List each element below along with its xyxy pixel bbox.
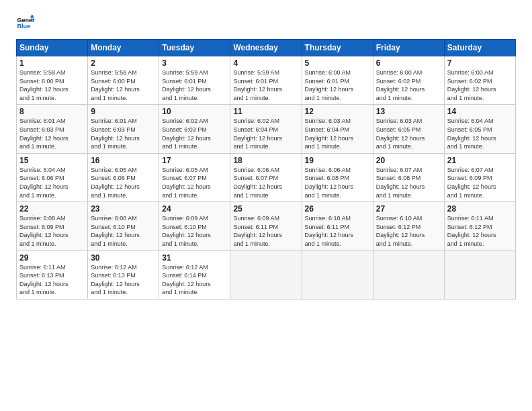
day-info: Sunrise: 6:01 AMSunset: 6:03 PMDaylight:… [19, 118, 69, 150]
calendar-cell: 10 Sunrise: 6:02 AMSunset: 6:03 PMDaylig… [159, 105, 230, 153]
day-info: Sunrise: 6:02 AMSunset: 6:03 PMDaylight:… [162, 118, 211, 150]
calendar-week-row: 22 Sunrise: 6:08 AMSunset: 6:09 PMDaylig… [17, 202, 516, 250]
day-number: 27 [376, 204, 441, 214]
day-info: Sunrise: 5:58 AMSunset: 6:00 PMDaylight:… [91, 69, 140, 101]
day-info: Sunrise: 6:00 AMSunset: 6:02 PMDaylight:… [376, 69, 425, 101]
calendar-cell: 18 Sunrise: 6:06 AMSunset: 6:07 PMDaylig… [230, 153, 302, 201]
calendar-cell: 28 Sunrise: 6:11 AMSunset: 6:12 PMDaylig… [444, 202, 515, 250]
calendar-cell: 1 Sunrise: 5:58 AMSunset: 6:00 PMDayligh… [17, 56, 88, 105]
day-number: 9 [91, 107, 156, 116]
calendar-cell: 23 Sunrise: 6:08 AMSunset: 6:10 PMDaylig… [88, 202, 159, 250]
day-number: 6 [376, 58, 441, 68]
calendar-cell: 5 Sunrise: 6:00 AMSunset: 6:01 PMDayligh… [302, 56, 373, 105]
calendar-week-row: 29 Sunrise: 6:11 AMSunset: 6:13 PMDaylig… [17, 250, 516, 299]
day-info: Sunrise: 6:08 AMSunset: 6:10 PMDaylight:… [91, 215, 140, 247]
calendar-cell: 29 Sunrise: 6:11 AMSunset: 6:13 PMDaylig… [17, 250, 88, 299]
calendar-cell: 24 Sunrise: 6:09 AMSunset: 6:10 PMDaylig… [159, 202, 230, 250]
day-info: Sunrise: 6:00 AMSunset: 6:01 PMDaylight:… [305, 69, 354, 101]
day-info: Sunrise: 6:07 AMSunset: 6:08 PMDaylight:… [376, 167, 425, 199]
calendar-cell: 9 Sunrise: 6:01 AMSunset: 6:03 PMDayligh… [88, 105, 159, 153]
day-info: Sunrise: 6:07 AMSunset: 6:09 PMDaylight:… [447, 167, 496, 199]
svg-marker-2 [30, 14, 34, 17]
day-number: 1 [19, 58, 85, 68]
day-number: 30 [91, 253, 156, 263]
calendar-cell: 15 Sunrise: 6:04 AMSunset: 6:06 PMDaylig… [17, 153, 88, 201]
calendar-cell: 14 Sunrise: 6:04 AMSunset: 6:05 PMDaylig… [444, 105, 515, 153]
day-info: Sunrise: 6:01 AMSunset: 6:03 PMDaylight:… [91, 118, 140, 150]
calendar-table: SundayMondayTuesdayWednesdayThursdayFrid… [16, 39, 516, 300]
day-info: Sunrise: 6:09 AMSunset: 6:10 PMDaylight:… [162, 215, 211, 247]
day-number: 14 [447, 107, 513, 116]
calendar-cell: 8 Sunrise: 6:01 AMSunset: 6:03 PMDayligh… [17, 105, 88, 153]
day-info: Sunrise: 6:11 AMSunset: 6:12 PMDaylight:… [447, 215, 496, 247]
day-info: Sunrise: 6:12 AMSunset: 6:14 PMDaylight:… [162, 264, 211, 296]
calendar-cell: 26 Sunrise: 6:10 AMSunset: 6:11 PMDaylig… [302, 202, 373, 250]
day-header: Monday [88, 40, 159, 56]
day-info: Sunrise: 6:08 AMSunset: 6:09 PMDaylight:… [19, 215, 69, 247]
day-header: Sunday [17, 40, 88, 56]
day-info: Sunrise: 6:00 AMSunset: 6:02 PMDaylight:… [447, 69, 496, 101]
calendar-cell [373, 250, 444, 299]
calendar-cell: 30 Sunrise: 6:12 AMSunset: 6:13 PMDaylig… [88, 250, 159, 299]
page: General Blue SundayMondayTuesdayWednesda… [0, 0, 532, 411]
day-number: 2 [91, 58, 156, 68]
day-header: Tuesday [159, 40, 230, 56]
day-number: 21 [447, 156, 513, 165]
day-number: 13 [376, 107, 441, 116]
day-info: Sunrise: 6:02 AMSunset: 6:04 PMDaylight:… [233, 118, 282, 150]
calendar-cell [302, 250, 373, 299]
day-number: 16 [91, 156, 156, 165]
day-number: 11 [233, 107, 298, 116]
header: General Blue [16, 13, 516, 32]
day-header: Friday [373, 40, 444, 56]
day-number: 12 [305, 107, 370, 116]
day-info: Sunrise: 6:11 AMSunset: 6:13 PMDaylight:… [19, 264, 69, 296]
calendar-cell [230, 250, 302, 299]
day-number: 4 [233, 58, 298, 68]
day-number: 31 [162, 253, 227, 263]
day-number: 15 [19, 156, 85, 165]
day-info: Sunrise: 6:03 AMSunset: 6:04 PMDaylight:… [305, 118, 354, 150]
day-info: Sunrise: 6:06 AMSunset: 6:08 PMDaylight:… [305, 167, 354, 199]
calendar-cell: 31 Sunrise: 6:12 AMSunset: 6:14 PMDaylig… [159, 250, 230, 299]
day-info: Sunrise: 6:12 AMSunset: 6:13 PMDaylight:… [91, 264, 140, 296]
calendar-cell: 22 Sunrise: 6:08 AMSunset: 6:09 PMDaylig… [17, 202, 88, 250]
calendar-cell [444, 250, 515, 299]
day-info: Sunrise: 5:59 AMSunset: 6:01 PMDaylight:… [162, 69, 211, 101]
day-header: Saturday [444, 40, 515, 56]
calendar-cell: 7 Sunrise: 6:00 AMSunset: 6:02 PMDayligh… [444, 56, 515, 105]
calendar-header-row: SundayMondayTuesdayWednesdayThursdayFrid… [17, 40, 516, 56]
calendar-cell: 17 Sunrise: 6:05 AMSunset: 6:07 PMDaylig… [159, 153, 230, 201]
day-number: 22 [19, 204, 85, 214]
day-info: Sunrise: 6:10 AMSunset: 6:12 PMDaylight:… [376, 215, 425, 247]
calendar-cell: 4 Sunrise: 5:59 AMSunset: 6:01 PMDayligh… [230, 56, 302, 105]
calendar-cell: 27 Sunrise: 6:10 AMSunset: 6:12 PMDaylig… [373, 202, 444, 250]
day-number: 3 [162, 58, 227, 68]
day-info: Sunrise: 6:09 AMSunset: 6:11 PMDaylight:… [233, 215, 282, 247]
logo-icon: General Blue [16, 13, 35, 32]
calendar-cell: 19 Sunrise: 6:06 AMSunset: 6:08 PMDaylig… [302, 153, 373, 201]
calendar-body: 1 Sunrise: 5:58 AMSunset: 6:00 PMDayligh… [17, 56, 516, 300]
calendar-cell: 25 Sunrise: 6:09 AMSunset: 6:11 PMDaylig… [230, 202, 302, 250]
day-number: 28 [447, 204, 513, 214]
logo: General Blue [16, 13, 35, 32]
calendar-cell: 20 Sunrise: 6:07 AMSunset: 6:08 PMDaylig… [373, 153, 444, 201]
day-info: Sunrise: 6:04 AMSunset: 6:06 PMDaylight:… [19, 167, 69, 199]
day-number: 20 [376, 156, 441, 165]
day-header: Wednesday [230, 40, 302, 56]
calendar-cell: 3 Sunrise: 5:59 AMSunset: 6:01 PMDayligh… [159, 56, 230, 105]
day-info: Sunrise: 6:04 AMSunset: 6:05 PMDaylight:… [447, 118, 496, 150]
day-number: 7 [447, 58, 513, 68]
day-info: Sunrise: 6:10 AMSunset: 6:11 PMDaylight:… [305, 215, 354, 247]
day-info: Sunrise: 6:03 AMSunset: 6:05 PMDaylight:… [376, 118, 425, 150]
svg-text:Blue: Blue [17, 23, 30, 30]
calendar-cell: 21 Sunrise: 6:07 AMSunset: 6:09 PMDaylig… [444, 153, 515, 201]
calendar-cell: 11 Sunrise: 6:02 AMSunset: 6:04 PMDaylig… [230, 105, 302, 153]
day-header: Thursday [302, 40, 373, 56]
day-info: Sunrise: 6:06 AMSunset: 6:07 PMDaylight:… [233, 167, 282, 199]
day-info: Sunrise: 5:59 AMSunset: 6:01 PMDaylight:… [233, 69, 282, 101]
calendar-week-row: 15 Sunrise: 6:04 AMSunset: 6:06 PMDaylig… [17, 153, 516, 201]
day-info: Sunrise: 6:05 AMSunset: 6:07 PMDaylight:… [162, 167, 211, 199]
day-number: 25 [233, 204, 298, 214]
day-number: 18 [233, 156, 298, 165]
